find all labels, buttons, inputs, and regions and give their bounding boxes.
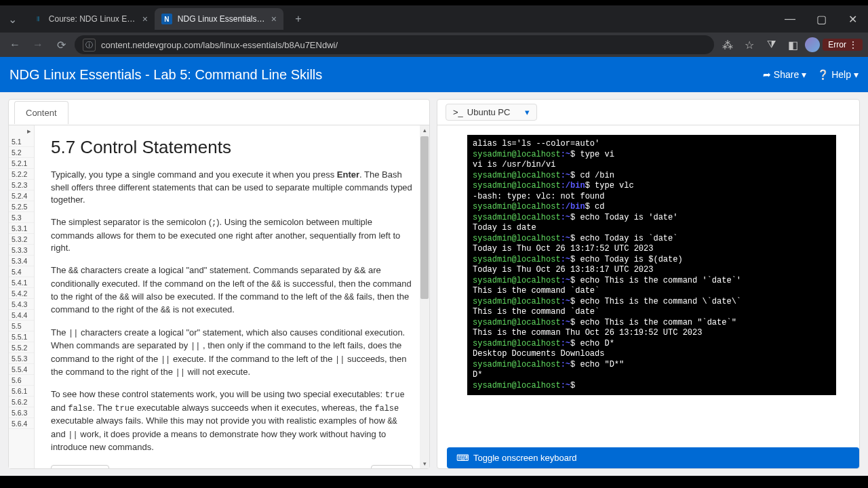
- menu-icon: ⋮: [849, 40, 857, 49]
- error-chip[interactable]: Error⋮: [823, 39, 863, 51]
- toc-item[interactable]: 5.2.4: [9, 190, 34, 201]
- tab-content[interactable]: Content: [14, 101, 68, 124]
- close-icon[interactable]: ×: [142, 14, 148, 24]
- article-heading: 5.7 Control Statements: [51, 135, 413, 161]
- back-button[interactable]: ←: [5, 35, 24, 54]
- toc-item[interactable]: 5.6: [9, 375, 34, 386]
- url-text: content.netdevgroup.com/labs/linux-essen…: [101, 40, 338, 50]
- scroll-down-icon[interactable]: ▾: [420, 459, 429, 468]
- browser-tab-2[interactable]: N NDG Linux Essentials - Lab 5: C ×: [155, 8, 283, 30]
- tab-title: NDG Linux Essentials - Lab 5: C: [178, 14, 266, 24]
- address-bar[interactable]: ⓘ content.netdevgroup.com/labs/linux-ess…: [75, 35, 714, 54]
- toc-item[interactable]: 5.2.1: [9, 158, 34, 169]
- toc-item[interactable]: 5.1: [9, 136, 34, 147]
- vm-selector[interactable]: >_ Ubuntu PC ▾: [446, 104, 537, 121]
- toc-item[interactable]: 5.3.4: [9, 256, 34, 266]
- toc-item[interactable]: 5.3.1: [9, 223, 34, 234]
- chevron-down-icon: ▾: [525, 107, 530, 117]
- help-icon: ❔: [817, 69, 829, 80]
- toc-item[interactable]: 5.4.1: [9, 277, 34, 288]
- terminal-output[interactable]: alias ls='ls --color=auto' sysadmin@loca…: [467, 135, 836, 395]
- toc-item[interactable]: 5.6.2: [9, 396, 34, 407]
- article-body[interactable]: 5.7 Control Statements Typically, you ty…: [35, 125, 429, 468]
- paragraph: To see how these control statements work…: [51, 388, 413, 453]
- toc-item[interactable]: 5.4.2: [9, 288, 34, 299]
- new-tab-button[interactable]: +: [289, 9, 308, 28]
- share-icon: ➦: [763, 69, 771, 80]
- toc-expand-icon[interactable]: ▸: [9, 125, 34, 136]
- tab-search-dropdown[interactable]: ⌄: [5, 12, 19, 26]
- sidepanel-icon[interactable]: ◧: [783, 35, 802, 54]
- toc-item[interactable]: 5.4.4: [9, 310, 34, 321]
- scroll-up-icon[interactable]: ▴: [420, 125, 429, 135]
- paragraph: The && characters create a logical "and"…: [51, 264, 413, 317]
- toc-item[interactable]: 5.5: [9, 321, 34, 331]
- page-title: NDG Linux Essentials - Lab 5: Command Li…: [9, 67, 322, 83]
- keyboard-icon: ⌨: [456, 453, 469, 463]
- bookmark-icon[interactable]: ☆: [740, 35, 759, 54]
- toc-item[interactable]: 5.3.2: [9, 234, 34, 245]
- paragraph: The simplest separator is the semicolon …: [51, 216, 413, 255]
- reload-button[interactable]: ⟳: [52, 35, 71, 54]
- next-button[interactable]: Next▸: [371, 465, 413, 468]
- paragraph: Typically, you type a single command and…: [51, 169, 413, 207]
- scroll-thumb[interactable]: [420, 136, 429, 299]
- toc-item[interactable]: 5.5.2: [9, 342, 34, 353]
- vm-panel: >_ Ubuntu PC ▾ alias ls='ls --color=auto…: [437, 99, 860, 469]
- browser-tab-1[interactable]: ⫴ Course: NDG Linux Essentials (E ×: [26, 8, 155, 30]
- close-window-button[interactable]: ✕: [837, 5, 868, 33]
- toc-item[interactable]: 5.6.1: [9, 386, 34, 396]
- browser-tab-bar: ⌄ ⫴ Course: NDG Linux Essentials (E × N …: [0, 5, 868, 33]
- toc-item[interactable]: 5.3: [9, 212, 34, 223]
- toc-item[interactable]: 5.2: [9, 147, 34, 158]
- chevron-down-icon: ▾: [854, 69, 859, 80]
- toc-item[interactable]: 5.2.5: [9, 201, 34, 212]
- close-icon[interactable]: ×: [271, 14, 277, 24]
- chevron-down-icon: ▾: [802, 69, 806, 80]
- content-panel: Content ▸ 5.15.25.2.15.2.25.2.35.2.45.2.…: [8, 99, 430, 469]
- extensions-icon[interactable]: ⧩: [762, 35, 781, 54]
- favicon-cisco-icon: ⫴: [33, 14, 43, 24]
- toc-item[interactable]: 5.3.3: [9, 245, 34, 256]
- paragraph: The || characters create a logical "or" …: [51, 327, 413, 380]
- toc-item[interactable]: 5.6.4: [9, 418, 34, 429]
- tab-title: Course: NDG Linux Essentials (E: [49, 14, 137, 24]
- toc-item[interactable]: 5.5.1: [9, 331, 34, 342]
- toc-item[interactable]: 5.6.3: [9, 407, 34, 418]
- toc-item[interactable]: 5.5.3: [9, 353, 34, 364]
- forward-button[interactable]: →: [28, 35, 47, 54]
- terminal-icon: >_: [453, 107, 463, 117]
- toc-item[interactable]: 5.4.3: [9, 299, 34, 310]
- site-info-icon[interactable]: ⓘ: [83, 39, 96, 52]
- favicon-ndg-icon: N: [161, 14, 172, 24]
- maximize-button[interactable]: ▢: [806, 5, 837, 33]
- help-button[interactable]: ❔ Help ▾: [817, 69, 859, 80]
- toc-item[interactable]: 5.2.2: [9, 169, 34, 180]
- browser-navbar: ← → ⟳ ⓘ content.netdevgroup.com/labs/lin…: [0, 33, 868, 57]
- toc-sidebar[interactable]: ▸ 5.15.25.2.15.2.25.2.35.2.45.2.55.35.3.…: [9, 125, 35, 468]
- toc-item[interactable]: 5.2.3: [9, 180, 34, 190]
- toc-item[interactable]: 5.5.4: [9, 364, 34, 375]
- profile-avatar[interactable]: [805, 37, 820, 52]
- previous-button[interactable]: ◂Previous: [51, 465, 109, 468]
- scrollbar[interactable]: ▴ ▾: [420, 125, 429, 468]
- toc-item[interactable]: 5.4: [9, 266, 34, 277]
- translate-icon[interactable]: ⁂: [718, 35, 737, 54]
- minimize-button[interactable]: —: [774, 5, 806, 33]
- toggle-keyboard-button[interactable]: ⌨ Toggle onscreen keyboard: [447, 447, 859, 468]
- page-header: NDG Linux Essentials - Lab 5: Command Li…: [0, 57, 868, 92]
- share-button[interactable]: ➦ Share ▾: [763, 69, 806, 80]
